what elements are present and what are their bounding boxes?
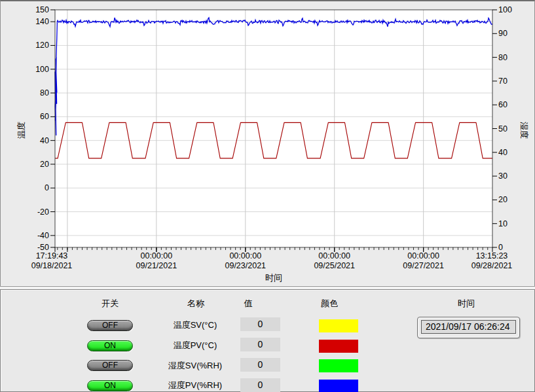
svg-text:-40: -40 xyxy=(37,231,49,240)
channel-color-swatch[interactable] xyxy=(319,359,358,372)
svg-text:0: 0 xyxy=(498,243,503,252)
channel-value: 0 xyxy=(240,358,280,372)
svg-text:00:00:00: 00:00:00 xyxy=(318,251,350,260)
channel-value: 0 xyxy=(240,317,280,331)
svg-text:120: 120 xyxy=(35,41,49,50)
svg-text:20: 20 xyxy=(40,160,49,169)
svg-text:70: 70 xyxy=(498,77,507,86)
channel-color-swatch[interactable] xyxy=(319,340,358,353)
y-left-axis-label: 温度 xyxy=(16,122,26,139)
svg-text:-20: -20 xyxy=(37,207,49,217)
svg-text:17:19:43: 17:19:43 xyxy=(36,251,68,260)
channel-value: 0 xyxy=(240,338,280,351)
svg-text:60: 60 xyxy=(498,100,507,109)
svg-text:09/28/2021: 09/28/2021 xyxy=(471,261,513,270)
header-color: 颜色 xyxy=(303,298,356,309)
time-display: 2021/09/17 06:26:24 xyxy=(417,317,520,338)
channel-name: 湿度SV(%RH) xyxy=(159,361,231,371)
y-right-axis-label: 湿度 xyxy=(519,122,529,139)
svg-text:80: 80 xyxy=(40,88,49,98)
svg-text:0: 0 xyxy=(45,183,49,192)
channel-name: 温度PV(°C) xyxy=(159,340,231,351)
toggle-on-row2[interactable]: ON xyxy=(87,340,133,351)
toggle-off-row1[interactable]: OFF xyxy=(87,320,133,331)
svg-text:09/21/2021: 09/21/2021 xyxy=(136,261,177,270)
svg-text:20: 20 xyxy=(498,195,507,204)
channel-color-swatch[interactable] xyxy=(319,319,358,332)
svg-text:60: 60 xyxy=(40,112,49,121)
time-display-value: 2021/09/17 06:26:24 xyxy=(421,320,516,334)
svg-text:90: 90 xyxy=(498,29,507,38)
svg-text:80: 80 xyxy=(498,53,507,62)
control-panel: 开关 名称 值 颜色 时间 OFF温度SV(°C)0ON温度PV(°C)0OFF… xyxy=(0,289,535,392)
svg-text:50: 50 xyxy=(498,124,507,134)
svg-text:140: 140 xyxy=(35,17,49,26)
svg-text:13:15:23: 13:15:23 xyxy=(476,251,508,260)
svg-text:09/23/2021: 09/23/2021 xyxy=(225,261,266,270)
svg-text:00:00:00: 00:00:00 xyxy=(140,251,172,260)
channel-name: 温度SV(°C) xyxy=(159,320,231,330)
svg-text:-50: -50 xyxy=(37,243,49,252)
svg-text:09/27/2021: 09/27/2021 xyxy=(403,261,444,270)
svg-text:40: 40 xyxy=(498,148,507,157)
svg-text:00:00:00: 00:00:00 xyxy=(229,251,261,260)
header-value: 值 xyxy=(222,298,274,309)
svg-text:40: 40 xyxy=(40,136,49,145)
channel-name: 湿度PV(%RH) xyxy=(159,380,231,391)
header-name: 名称 xyxy=(163,298,229,309)
channel-value: 0 xyxy=(240,378,280,392)
x-axis-label: 时间 xyxy=(265,273,282,283)
svg-text:10: 10 xyxy=(498,219,507,228)
trend-chart: 150140120100806040200-20-40-501009080706… xyxy=(1,1,535,285)
chart-panel: 150140120100806040200-20-40-501009080706… xyxy=(0,0,535,287)
toggle-off-row3[interactable]: OFF xyxy=(87,360,133,371)
svg-text:30: 30 xyxy=(498,171,507,181)
header-time: 时间 xyxy=(440,298,492,309)
svg-text:100: 100 xyxy=(498,5,512,14)
app-window: 150140120100806040200-20-40-501009080706… xyxy=(0,0,535,392)
header-switch: 开关 xyxy=(84,298,136,309)
svg-text:09/18/2021: 09/18/2021 xyxy=(31,261,73,270)
svg-text:00:00:00: 00:00:00 xyxy=(407,251,439,260)
svg-text:100: 100 xyxy=(35,65,49,74)
svg-text:09/25/2021: 09/25/2021 xyxy=(314,261,355,270)
toggle-on-row4[interactable]: ON xyxy=(87,380,133,391)
svg-text:150: 150 xyxy=(35,5,49,14)
channel-color-swatch[interactable] xyxy=(319,380,358,392)
